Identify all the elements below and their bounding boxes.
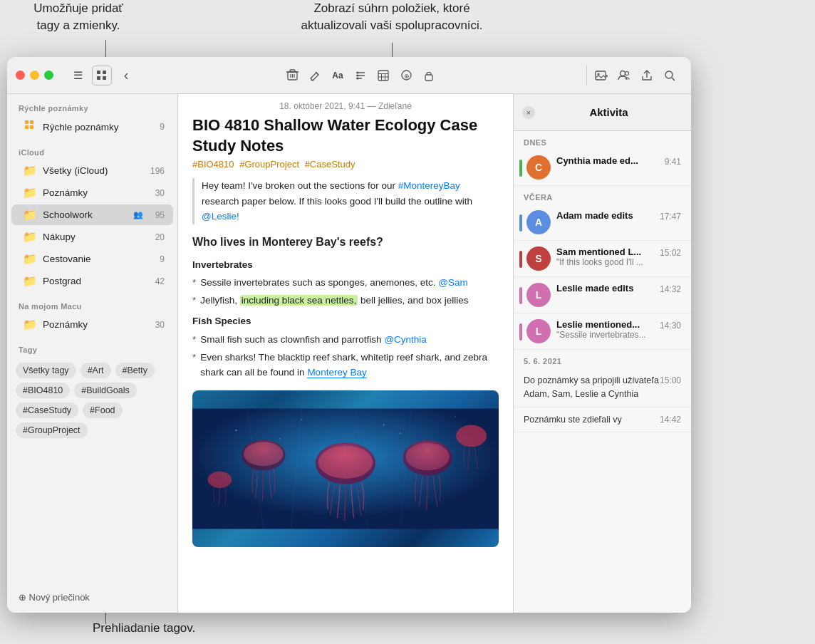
sidebar-item-cestovanie[interactable]: 📁 Cestovanie 9 xyxy=(11,249,173,269)
delete-button[interactable] xyxy=(282,66,302,85)
view-controls: ☰ ‹ xyxy=(68,66,136,85)
activity-item-leslie-1[interactable]: L Leslie made edits 14:32 xyxy=(514,277,691,313)
nakupy-badge: 20 xyxy=(150,232,165,242)
leslie-2-action: Leslie mentioned... xyxy=(556,319,654,330)
icloud-all-label: Všetky (iCloud) xyxy=(43,165,145,176)
sidebar-item-notes-icloud[interactable]: 📁 Poznámky 30 xyxy=(11,182,173,203)
activity-info-leslie-2: Leslie mentioned... "Sessile invertebrat… xyxy=(556,319,654,340)
sidebar-item-postgrad[interactable]: 📁 Postgrad 42 xyxy=(11,271,173,291)
sam-snippet: "If this looks good I'll ... xyxy=(556,257,654,267)
font-icon[interactable]: Aa xyxy=(328,66,348,85)
joined-time: 15:00 xyxy=(660,374,681,387)
note-content[interactable]: BIO 4810 Shallow Water Ecology Case Stud… xyxy=(178,115,513,613)
tag-bio4810-inline[interactable]: #BIO4810 xyxy=(192,159,234,170)
svg-rect-35 xyxy=(25,125,28,129)
icloud-all-badge: 196 xyxy=(150,166,165,176)
section-heading-1: Who lives in Monterey Bay's reefs? xyxy=(192,233,499,251)
edit-icon[interactable] xyxy=(305,66,325,85)
sidebar-item-nakupy[interactable]: 📁 Nákupy 20 xyxy=(11,227,173,247)
bullet-star-1: * xyxy=(192,275,196,291)
avatar-adam: A xyxy=(526,210,551,234)
attachment-icon[interactable]: ⊕ xyxy=(396,66,416,85)
note-view: 18. október 2021, 9:41 — Zdieľané BIO 48… xyxy=(178,94,513,613)
lock-icon[interactable] xyxy=(419,66,439,85)
tag-bio4810[interactable]: #BIO4810 xyxy=(16,383,70,398)
svg-rect-18 xyxy=(378,71,388,80)
close-button[interactable] xyxy=(16,71,25,80)
link-monterey-bay[interactable]: Monterey Bay xyxy=(307,367,366,378)
activity-close-button[interactable]: × xyxy=(522,106,535,119)
sidebar-item-schoolwork[interactable]: 📁 Schoolwork 👥 95 xyxy=(11,204,173,225)
tag-groupproject-inline[interactable]: #GroupProject xyxy=(239,159,299,170)
tag-casestudy-inline[interactable]: #CaseStudy xyxy=(305,159,355,170)
sidebar-section-icloud: iCloud xyxy=(7,138,177,160)
svg-point-17 xyxy=(357,77,359,79)
fullscreen-button[interactable] xyxy=(44,71,53,80)
mention-leslie[interactable]: @Leslie! xyxy=(202,211,239,222)
hashtag-monterey[interactable]: #MontereyBay xyxy=(398,180,460,191)
annotation-activity-summary: Zobrazí súhrn položiek, ktoré aktualizov… xyxy=(271,0,513,34)
bullet-2: * Jellyfish, including black sea nettles… xyxy=(192,293,499,308)
svg-point-49 xyxy=(455,416,456,417)
list-view-icon[interactable]: ☰ xyxy=(68,66,88,85)
activity-header: × Aktivita xyxy=(514,94,691,131)
bullet-3: * Small fish such as clownfish and parro… xyxy=(192,332,499,348)
table-icon[interactable] xyxy=(373,66,393,85)
note-title: BIO 4810 Shallow Water Ecology Case Stud… xyxy=(192,115,499,156)
tag-betty[interactable]: #Betty xyxy=(115,363,155,378)
activity-item-leslie-2[interactable]: L Leslie mentioned... "Sessile invertebr… xyxy=(514,313,691,350)
svg-point-31 xyxy=(665,71,673,78)
sidebar-item-notes-mac[interactable]: 📁 Poznámky 30 xyxy=(11,314,173,335)
activity-item-adam[interactable]: A Adam made edits 17:47 xyxy=(514,204,691,241)
svg-rect-33 xyxy=(25,120,28,124)
tags-container: Všetky tagy #Art #Betty #BIO4810 #BuildG… xyxy=(7,357,177,444)
sidebar-footer: ⊕ Nový priečinok xyxy=(7,582,177,613)
svg-point-45 xyxy=(208,472,232,488)
svg-point-27 xyxy=(598,73,600,75)
folder-nakupy-icon: 📁 xyxy=(23,230,37,244)
avatar-cynthia: C xyxy=(526,155,551,180)
svg-rect-36 xyxy=(30,125,33,129)
minimize-button[interactable] xyxy=(30,71,39,80)
tag-buildgoals[interactable]: #BuildGoals xyxy=(74,383,136,398)
folder-postgrad-icon: 📁 xyxy=(23,274,37,288)
activity-item-cynthia[interactable]: C Cynthia made ed... 9:41 xyxy=(514,150,691,186)
sidebar-item-icloud-all[interactable]: 📁 Všetky (iCloud) 196 xyxy=(11,160,173,181)
svg-point-29 xyxy=(621,71,625,76)
share-icon[interactable] xyxy=(637,66,657,85)
format-icon[interactable] xyxy=(351,66,370,85)
note-jellyfish-image xyxy=(192,390,499,547)
bullet-star-3: * xyxy=(192,332,196,348)
traffic-lights xyxy=(16,71,53,80)
avatar-sam: S xyxy=(526,246,551,271)
sam-time: 15:02 xyxy=(660,248,681,258)
notes-mac-badge: 30 xyxy=(150,320,165,330)
mention-sam[interactable]: @Sam xyxy=(438,277,467,288)
mention-cynthia[interactable]: @Cynthia xyxy=(384,334,426,345)
cestovanie-badge: 9 xyxy=(150,254,165,264)
notes-icloud-badge: 30 xyxy=(150,188,165,198)
back-button[interactable]: ‹ xyxy=(116,66,136,85)
grid-view-icon[interactable] xyxy=(92,66,112,85)
activity-item-sam[interactable]: S Sam mentioned L... "If this looks good… xyxy=(514,241,691,277)
sam-action: Sam mentioned L... xyxy=(556,246,654,257)
subsection-fish: Fish Species xyxy=(192,313,499,329)
svg-point-39 xyxy=(318,445,373,478)
tag-all[interactable]: Všetky tagy xyxy=(16,363,76,378)
note-meta: 18. október 2021, 9:41 — Zdieľané xyxy=(178,94,513,115)
avatar-leslie-1: L xyxy=(526,283,551,307)
tag-food[interactable]: #Food xyxy=(83,402,122,418)
tag-art[interactable]: #Art xyxy=(81,363,111,378)
collaborators-icon[interactable] xyxy=(614,66,634,85)
sidebar-item-quick-notes[interactable]: Rýchle poznámky 9 xyxy=(11,116,173,137)
joined-text: Do poznámky sa pripojili užívateľa Adam,… xyxy=(524,375,659,399)
tag-groupproject[interactable]: #GroupProject xyxy=(16,422,88,438)
new-folder-button[interactable]: ⊕ Nový priečinok xyxy=(19,589,166,606)
leslie-2-time: 14:30 xyxy=(660,321,681,331)
folder-notes-icon: 📁 xyxy=(23,186,37,199)
activity-date-yesterday: VČERA xyxy=(514,186,691,204)
tag-casestudy[interactable]: #CaseStudy xyxy=(16,402,78,418)
search-icon[interactable] xyxy=(660,66,680,85)
image-toolbar-icon[interactable]: ▾ xyxy=(591,66,611,85)
quick-notes-badge: 9 xyxy=(150,122,165,132)
